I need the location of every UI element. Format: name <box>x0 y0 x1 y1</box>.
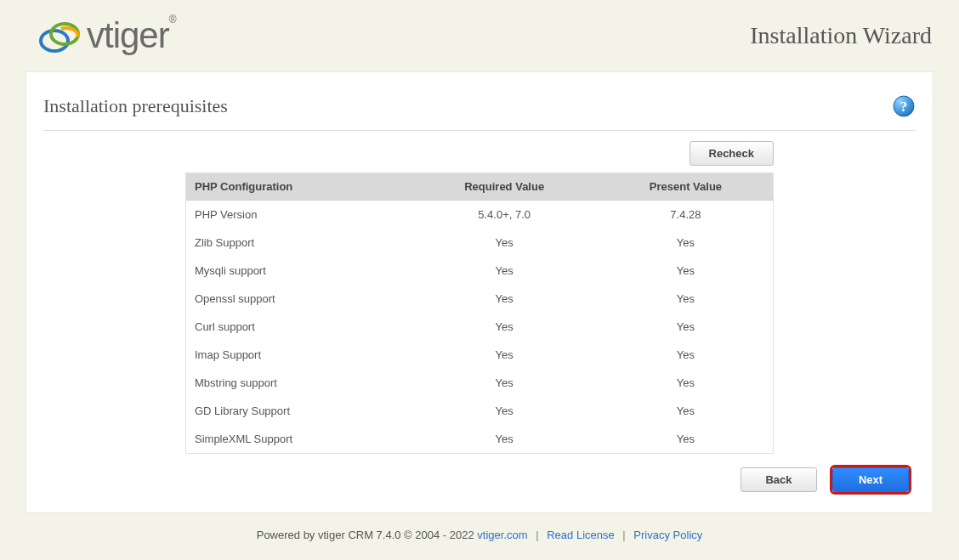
table-row: Imap SupportYesYes <box>186 341 774 369</box>
col-required: Required Value <box>410 173 598 201</box>
footer: Powered by vtiger CRM 7.4.0 © 2004 - 202… <box>0 529 959 541</box>
table-row: Mysqli supportYesYes <box>186 257 774 285</box>
wizard-title: Installation Wizard <box>750 22 932 49</box>
table-row: Zlib SupportYesYes <box>186 229 774 257</box>
cell-config: SimpleXML Support <box>186 425 411 454</box>
cell-present: Yes <box>599 425 774 454</box>
cell-present: Yes <box>599 229 774 257</box>
logo-text: vtiger® <box>87 15 176 56</box>
page-title: Installation prerequisites <box>43 95 228 117</box>
col-present: Present Value <box>599 173 774 201</box>
back-button[interactable]: Back <box>741 467 817 492</box>
footer-text: Powered by vtiger CRM 7.4.0 © 2004 - 202… <box>257 529 478 541</box>
help-icon[interactable]: ? <box>892 94 916 118</box>
vtiger-link[interactable]: vtiger.com <box>477 529 527 541</box>
cell-required: Yes <box>410 397 598 425</box>
cell-config: Mysqli support <box>186 257 411 285</box>
cell-present: Yes <box>599 257 774 285</box>
cell-required: Yes <box>410 425 598 454</box>
cell-config: GD Library Support <box>186 397 411 425</box>
cell-required: Yes <box>410 257 598 285</box>
cell-config: Openssl support <box>186 285 411 313</box>
divider <box>43 130 916 131</box>
cell-present: Yes <box>599 285 774 313</box>
privacy-policy-link[interactable]: Privacy Policy <box>633 529 702 541</box>
svg-text:?: ? <box>900 99 908 115</box>
separator: | <box>536 529 538 541</box>
cell-config: Zlib Support <box>186 229 411 257</box>
vtiger-cloud-icon <box>34 17 83 55</box>
cell-present: Yes <box>599 369 774 397</box>
cell-required: Yes <box>410 285 598 313</box>
cell-required: Yes <box>410 341 598 369</box>
prerequisites-table: PHP Configuration Required Value Present… <box>185 173 774 454</box>
cell-present: Yes <box>599 341 774 369</box>
cell-required: 5.4.0+, 7.0 <box>410 201 598 229</box>
cell-config: Curl support <box>186 313 411 341</box>
table-row: Mbstring supportYesYes <box>186 369 774 397</box>
cell-present: Yes <box>599 313 774 341</box>
cell-present: 7.4.28 <box>599 201 774 229</box>
table-row: SimpleXML SupportYesYes <box>186 425 774 454</box>
cell-present: Yes <box>599 397 774 425</box>
cell-required: Yes <box>410 229 598 257</box>
cell-config: PHP Version <box>186 201 411 229</box>
cell-required: Yes <box>410 369 598 397</box>
table-row: Openssl supportYesYes <box>186 285 774 313</box>
separator: | <box>622 529 625 541</box>
logo: vtiger® <box>34 15 176 56</box>
next-button[interactable]: Next <box>832 467 909 492</box>
table-row: GD Library SupportYesYes <box>186 397 774 425</box>
table-row: PHP Version5.4.0+, 7.07.4.28 <box>186 201 774 229</box>
read-license-link[interactable]: Read License <box>547 529 615 541</box>
cell-required: Yes <box>410 313 598 341</box>
col-config: PHP Configuration <box>186 173 411 201</box>
table-row: Curl supportYesYes <box>186 313 774 341</box>
cell-config: Mbstring support <box>186 369 411 397</box>
recheck-button[interactable]: Recheck <box>689 141 774 166</box>
cell-config: Imap Support <box>186 341 411 369</box>
